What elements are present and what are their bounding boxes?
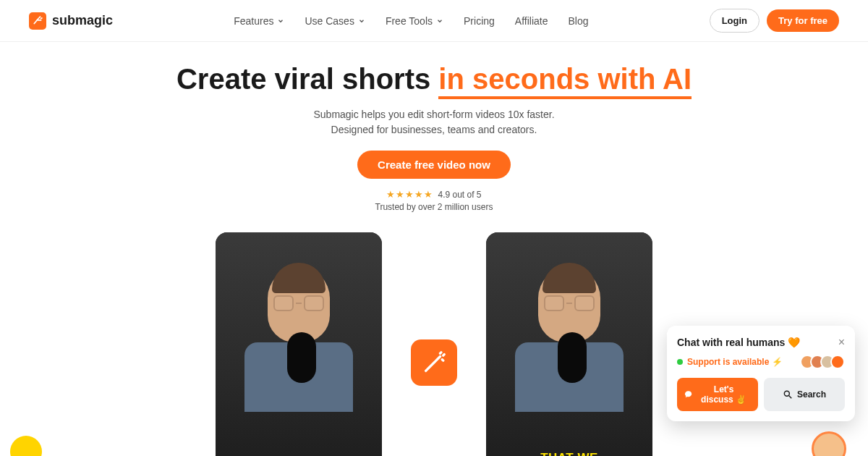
chat-widget: Chat with real humans 🧡 × Support is ava…: [667, 326, 855, 421]
chat-status: Support is available ⚡: [677, 355, 845, 369]
person-illustration: [244, 267, 353, 412]
video-after: THAT WE ARE HAVING: [486, 232, 652, 456]
status-text: Support is available ⚡: [687, 357, 783, 367]
nav-label: Pricing: [464, 15, 495, 27]
video-before: [216, 232, 382, 456]
stars-row: ★★★★★ 4.9 out of 5: [386, 189, 481, 200]
support-avatars: [804, 355, 845, 369]
nav-label: Free Tools: [386, 15, 433, 27]
chat-title: Chat with real humans 🧡: [677, 337, 800, 348]
login-button[interactable]: Login: [710, 9, 760, 33]
hero-title-plain: Create viral shorts: [176, 63, 438, 95]
discuss-label: Let's discuss ✌️: [697, 384, 751, 405]
site-header: submagic Features Use Cases Free Tools P…: [0, 0, 868, 42]
magic-wand-badge: [411, 339, 457, 386]
star-icons: ★★★★★: [386, 189, 433, 200]
video-frame: THAT WE ARE HAVING: [486, 232, 652, 456]
avatar: [830, 355, 845, 369]
logo[interactable]: submagic: [29, 12, 113, 30]
hero-title: Create viral shorts in seconds with AI: [14, 62, 854, 96]
logo-text: submagic: [52, 13, 113, 28]
logo-icon: [29, 12, 46, 30]
try-free-button[interactable]: Try for free: [767, 9, 839, 32]
hero-title-accent: in seconds with AI: [438, 63, 692, 99]
nav-freetools[interactable]: Free Tools: [386, 15, 443, 27]
nav-features[interactable]: Features: [234, 15, 284, 27]
chevron-down-icon: [277, 17, 284, 25]
rating: ★★★★★ 4.9 out of 5 Trusted by over 2 mil…: [14, 189, 854, 212]
svg-point-0: [784, 391, 789, 396]
video-frame: [216, 232, 382, 456]
hero-cta-wrap: Create free video now: [14, 151, 854, 179]
chat-actions: Let's discuss ✌️ Search: [677, 378, 845, 411]
hero-sub-line2: Designed for businesses, teams and creat…: [331, 124, 537, 135]
main-nav: Features Use Cases Free Tools Pricing Af…: [234, 15, 588, 27]
search-label: Search: [797, 389, 826, 400]
hero: Create viral shorts in seconds with AI S…: [0, 42, 868, 219]
chat-header: Chat with real humans 🧡 ×: [677, 336, 845, 349]
magic-wand-icon: [422, 350, 446, 375]
nav-label: Features: [234, 15, 273, 27]
search-icon: [783, 389, 793, 400]
nav-usecases[interactable]: Use Cases: [305, 15, 365, 27]
nav-pricing[interactable]: Pricing: [464, 15, 495, 27]
caption-line1: THAT WE: [540, 451, 598, 456]
hero-sub-line1: Submagic helps you edit short-form video…: [313, 109, 554, 120]
create-video-button[interactable]: Create free video now: [357, 151, 511, 179]
rating-text: 4.9 out of 5: [438, 190, 481, 200]
nav-label: Use Cases: [305, 15, 354, 27]
nav-label: Blog: [568, 15, 588, 27]
nav-affiliate[interactable]: Affiliate: [515, 15, 548, 27]
trusted-text: Trusted by over 2 million users: [375, 202, 493, 212]
lets-discuss-button[interactable]: Let's discuss ✌️: [677, 378, 758, 411]
nav-label: Affiliate: [515, 15, 548, 27]
search-button[interactable]: Search: [764, 378, 845, 411]
video-caption: THAT WE ARE HAVING: [486, 451, 652, 456]
chevron-down-icon: [436, 17, 443, 25]
chat-bubble-icon: [684, 389, 692, 400]
hero-subtitle: Submagic helps you edit short-form video…: [14, 107, 854, 138]
chevron-down-icon: [358, 17, 365, 25]
status-dot-icon: [677, 359, 683, 365]
header-actions: Login Try for free: [710, 9, 839, 33]
person-illustration: [515, 267, 624, 412]
close-icon[interactable]: ×: [838, 336, 845, 349]
nav-blog[interactable]: Blog: [568, 15, 588, 27]
